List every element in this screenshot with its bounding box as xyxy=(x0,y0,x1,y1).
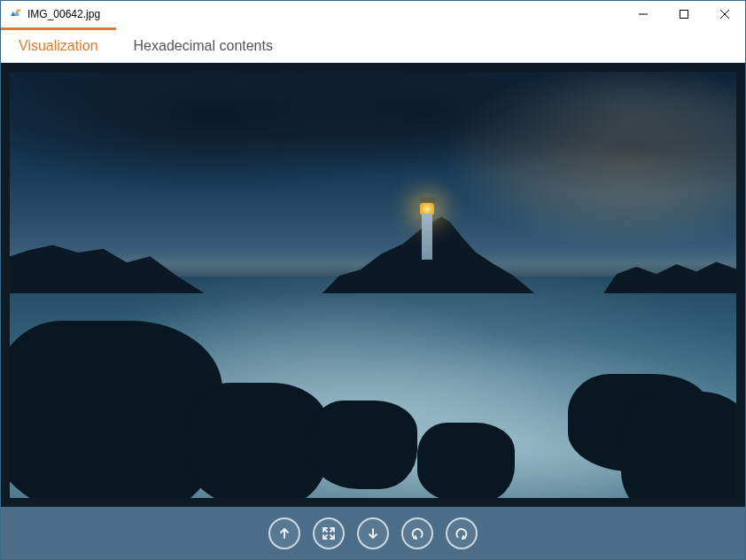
window-controls xyxy=(623,1,745,27)
image-viewer[interactable] xyxy=(1,63,745,507)
tab-visualization[interactable]: Visualization xyxy=(1,27,116,62)
app-icon xyxy=(8,7,22,21)
arrow-up-icon xyxy=(277,526,291,541)
titlebar: IMG_00642.jpg xyxy=(1,1,745,27)
arrow-down-icon xyxy=(366,526,380,541)
expand-icon xyxy=(322,526,336,541)
upload-button[interactable] xyxy=(268,517,300,549)
close-button[interactable] xyxy=(704,1,745,27)
redo-icon xyxy=(455,526,469,541)
undo-icon xyxy=(410,526,424,541)
minimize-button[interactable] xyxy=(623,1,664,27)
redo-button[interactable] xyxy=(446,517,478,549)
tab-label: Hexadecimal contents xyxy=(134,38,273,54)
tab-hexadecimal[interactable]: Hexadecimal contents xyxy=(116,27,291,62)
toolbar xyxy=(1,507,745,559)
svg-rect-1 xyxy=(680,11,688,19)
svg-point-0 xyxy=(17,9,20,12)
tabs: Visualization Hexadecimal contents xyxy=(1,27,745,63)
download-button[interactable] xyxy=(357,517,389,549)
window-title: IMG_00642.jpg xyxy=(27,8,100,20)
image-canvas xyxy=(10,72,736,498)
fullscreen-button[interactable] xyxy=(313,517,345,549)
tab-label: Visualization xyxy=(19,38,98,54)
maximize-button[interactable] xyxy=(664,1,704,27)
undo-button[interactable] xyxy=(401,517,433,549)
